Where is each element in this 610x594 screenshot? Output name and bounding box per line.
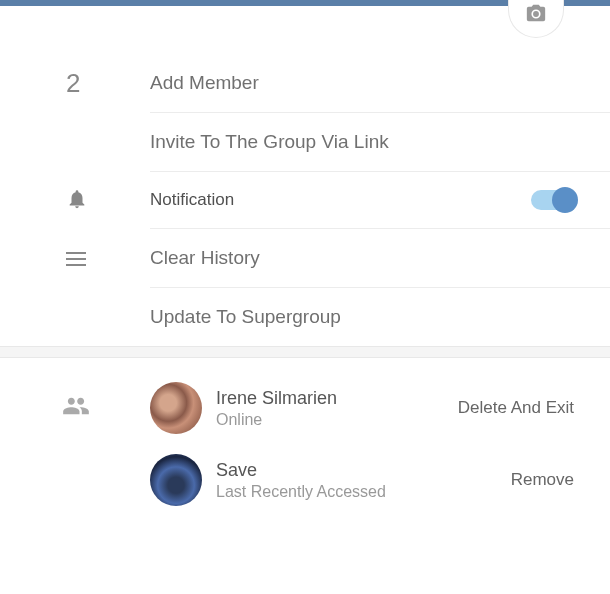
update-supergroup-label: Update To Supergroup — [150, 306, 341, 328]
menu-icon — [66, 252, 86, 266]
update-supergroup-row[interactable]: Update To Supergroup — [62, 288, 610, 346]
member-name: Irene Silmarien — [216, 388, 458, 409]
invite-link-label: Invite To The Group Via Link — [150, 131, 389, 153]
avatar — [150, 382, 202, 434]
notification-row: Notification — [62, 172, 610, 229]
member-row[interactable]: Save Last Recently Accessed Remove — [0, 450, 610, 510]
member-status: Online — [216, 411, 458, 429]
avatar — [150, 454, 202, 506]
member-row[interactable]: Irene Silmarien Online Delete And Exit — [0, 378, 610, 438]
member-status: Last Recently Accessed — [216, 483, 511, 501]
remove-action[interactable]: Remove — [511, 470, 574, 490]
member-name: Save — [216, 460, 511, 481]
section-divider — [0, 346, 610, 358]
clear-history-label: Clear History — [150, 247, 260, 269]
notification-label: Notification — [150, 190, 234, 210]
people-icon — [62, 406, 90, 423]
clear-history-row[interactable]: Clear History — [62, 229, 610, 288]
delete-exit-action[interactable]: Delete And Exit — [458, 398, 574, 418]
add-member-label: Add Member — [150, 72, 259, 94]
member-count: 2 — [66, 68, 80, 99]
add-member-row[interactable]: 2 Add Member — [62, 54, 610, 113]
bell-icon — [66, 188, 88, 214]
invite-link-row[interactable]: Invite To The Group Via Link — [62, 113, 610, 172]
camera-icon — [525, 9, 547, 29]
notification-toggle[interactable] — [531, 190, 576, 210]
